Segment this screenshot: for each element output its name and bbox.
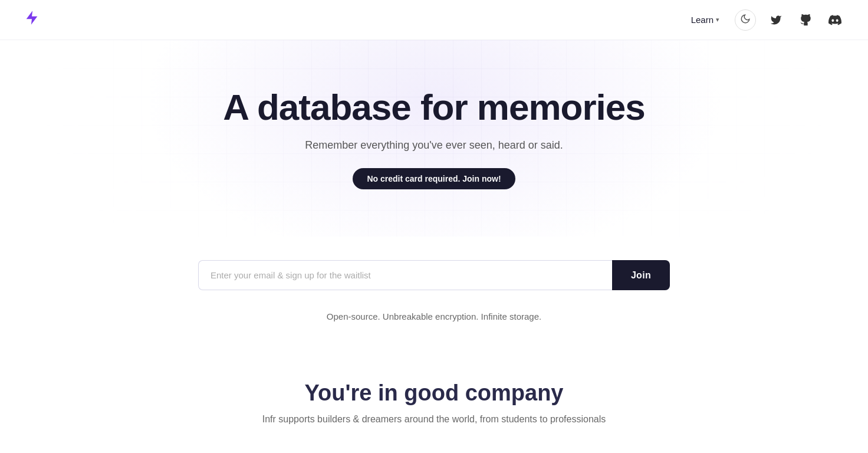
moon-icon	[740, 14, 751, 27]
twitter-icon[interactable]	[767, 11, 785, 29]
company-section: You're in good company Infr supports bui…	[0, 345, 868, 453]
signup-section: Join	[0, 237, 868, 302]
navbar-right: Learn ▾	[686, 9, 844, 31]
features-text: Open-source. Unbreakable encryption. Inf…	[0, 302, 868, 345]
signup-form: Join	[198, 260, 670, 290]
hero-cta-button[interactable]: No credit card required. Join now!	[353, 168, 515, 189]
learn-label: Learn	[691, 15, 714, 25]
hero-section: A database for memories Remember everyth…	[0, 40, 868, 237]
navbar-left	[24, 9, 40, 30]
github-icon[interactable]	[796, 11, 815, 29]
learn-menu-button[interactable]: Learn ▾	[686, 11, 724, 28]
discord-icon[interactable]	[826, 11, 844, 29]
hero-subtitle: Remember everything you've ever seen, he…	[24, 139, 844, 152]
join-button[interactable]: Join	[612, 260, 670, 290]
company-subtitle: Infr supports builders & dreamers around…	[24, 414, 844, 425]
email-input[interactable]	[198, 260, 612, 290]
svg-marker-0	[27, 11, 38, 24]
hero-content: A database for memories Remember everyth…	[24, 87, 844, 201]
theme-toggle-button[interactable]	[735, 9, 756, 31]
hero-title: A database for memories	[24, 87, 844, 127]
navbar: Learn ▾	[0, 0, 868, 40]
company-title: You're in good company	[24, 380, 844, 406]
logo-icon[interactable]	[24, 9, 40, 30]
chevron-down-icon: ▾	[716, 16, 719, 24]
